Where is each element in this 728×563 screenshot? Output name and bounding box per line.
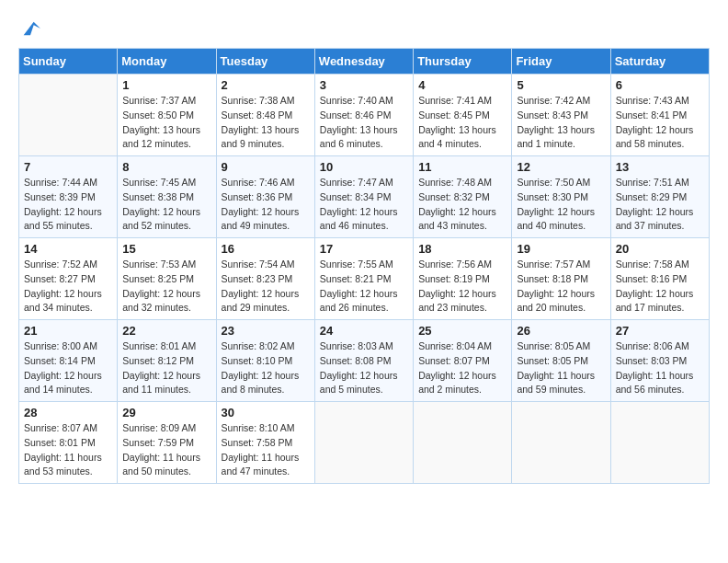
day-info: Sunrise: 7:43 AM Sunset: 8:41 PM Dayligh… [616, 94, 704, 152]
day-info: Sunrise: 7:38 AM Sunset: 8:48 PM Dayligh… [222, 94, 310, 152]
day-info: Sunrise: 7:56 AM Sunset: 8:19 PM Dayligh… [418, 258, 506, 316]
day-number: 8 [122, 160, 210, 174]
day-number: 16 [222, 242, 310, 256]
day-info: Sunrise: 8:09 AM Sunset: 7:59 PM Dayligh… [122, 421, 210, 479]
calendar-cell: 14Sunrise: 7:52 AM Sunset: 8:27 PM Dayli… [19, 238, 118, 320]
calendar-cell: 7Sunrise: 7:44 AM Sunset: 8:39 PM Daylig… [19, 156, 118, 238]
day-number: 10 [320, 160, 408, 174]
day-number: 22 [122, 324, 210, 338]
logo [18, 18, 40, 39]
calendar-cell: 23Sunrise: 8:02 AM Sunset: 8:10 PM Dayli… [216, 320, 314, 402]
calendar-cell: 4Sunrise: 7:41 AM Sunset: 8:45 PM Daylig… [414, 75, 512, 156]
calendar-cell: 3Sunrise: 7:40 AM Sunset: 8:46 PM Daylig… [314, 75, 413, 156]
calendar-cell: 15Sunrise: 7:53 AM Sunset: 8:25 PM Dayli… [118, 238, 216, 320]
calendar-cell: 16Sunrise: 7:54 AM Sunset: 8:23 PM Dayli… [216, 238, 314, 320]
header-day-tuesday: Tuesday [216, 49, 314, 75]
day-info: Sunrise: 7:48 AM Sunset: 8:32 PM Dayligh… [418, 176, 506, 234]
calendar-cell: 5Sunrise: 7:42 AM Sunset: 8:43 PM Daylig… [512, 75, 610, 156]
calendar-cell [314, 402, 413, 484]
calendar-body: 1Sunrise: 7:37 AM Sunset: 8:50 PM Daylig… [19, 75, 710, 484]
day-number: 4 [418, 78, 506, 92]
day-number: 1 [122, 78, 210, 92]
day-number: 21 [24, 324, 112, 338]
day-number: 18 [418, 242, 506, 256]
day-number: 13 [616, 160, 704, 174]
day-info: Sunrise: 7:58 AM Sunset: 8:16 PM Dayligh… [616, 258, 704, 316]
day-number: 2 [222, 78, 310, 92]
calendar-cell: 26Sunrise: 8:05 AM Sunset: 8:05 PM Dayli… [512, 320, 610, 402]
day-info: Sunrise: 8:04 AM Sunset: 8:07 PM Dayligh… [418, 339, 506, 397]
calendar-cell [512, 402, 610, 484]
day-info: Sunrise: 7:37 AM Sunset: 8:50 PM Dayligh… [122, 94, 210, 152]
header-day-saturday: Saturday [610, 49, 709, 75]
header-day-sunday: Sunday [19, 49, 118, 75]
calendar-cell: 29Sunrise: 8:09 AM Sunset: 7:59 PM Dayli… [118, 402, 216, 484]
day-number: 19 [517, 242, 605, 256]
calendar-cell: 30Sunrise: 8:10 AM Sunset: 7:58 PM Dayli… [216, 402, 314, 484]
day-number: 12 [517, 160, 605, 174]
day-number: 9 [222, 160, 310, 174]
calendar-week-5: 28Sunrise: 8:07 AM Sunset: 8:01 PM Dayli… [19, 402, 710, 484]
day-info: Sunrise: 8:10 AM Sunset: 7:58 PM Dayligh… [222, 421, 310, 479]
calendar-table: SundayMondayTuesdayWednesdayThursdayFrid… [18, 48, 710, 484]
calendar-week-1: 1Sunrise: 7:37 AM Sunset: 8:50 PM Daylig… [19, 75, 710, 156]
day-info: Sunrise: 8:07 AM Sunset: 8:01 PM Dayligh… [24, 421, 112, 479]
day-info: Sunrise: 8:05 AM Sunset: 8:05 PM Dayligh… [517, 339, 605, 397]
day-number: 23 [222, 324, 310, 338]
header-day-friday: Friday [512, 49, 610, 75]
day-number: 28 [24, 406, 112, 419]
day-info: Sunrise: 8:02 AM Sunset: 8:10 PM Dayligh… [222, 339, 310, 397]
day-number: 6 [616, 78, 704, 92]
day-info: Sunrise: 8:03 AM Sunset: 8:08 PM Dayligh… [320, 339, 408, 397]
day-number: 27 [616, 324, 704, 338]
day-info: Sunrise: 8:06 AM Sunset: 8:03 PM Dayligh… [616, 339, 704, 397]
day-info: Sunrise: 7:51 AM Sunset: 8:29 PM Dayligh… [616, 176, 704, 234]
header-day-thursday: Thursday [414, 49, 512, 75]
calendar-cell: 19Sunrise: 7:57 AM Sunset: 8:18 PM Dayli… [512, 238, 610, 320]
day-number: 26 [517, 324, 605, 338]
day-number: 7 [24, 160, 112, 174]
day-info: Sunrise: 7:44 AM Sunset: 8:39 PM Dayligh… [24, 176, 112, 234]
calendar-cell [19, 75, 118, 156]
calendar-week-4: 21Sunrise: 8:00 AM Sunset: 8:14 PM Dayli… [19, 320, 710, 402]
calendar-cell: 13Sunrise: 7:51 AM Sunset: 8:29 PM Dayli… [610, 156, 709, 238]
header-day-wednesday: Wednesday [314, 49, 413, 75]
calendar-cell: 17Sunrise: 7:55 AM Sunset: 8:21 PM Dayli… [314, 238, 413, 320]
day-info: Sunrise: 7:47 AM Sunset: 8:34 PM Dayligh… [320, 176, 408, 234]
header-day-monday: Monday [118, 49, 216, 75]
calendar-cell: 18Sunrise: 7:56 AM Sunset: 8:19 PM Dayli… [414, 238, 512, 320]
day-number: 14 [24, 242, 112, 256]
calendar-cell: 2Sunrise: 7:38 AM Sunset: 8:48 PM Daylig… [216, 75, 314, 156]
day-number: 30 [222, 406, 310, 419]
day-info: Sunrise: 7:52 AM Sunset: 8:27 PM Dayligh… [24, 258, 112, 316]
calendar-cell: 28Sunrise: 8:07 AM Sunset: 8:01 PM Dayli… [19, 402, 118, 484]
svg-marker-0 [24, 22, 40, 36]
calendar-cell [610, 402, 709, 484]
day-number: 5 [517, 78, 605, 92]
day-number: 20 [616, 242, 704, 256]
day-number: 24 [320, 324, 408, 338]
day-info: Sunrise: 7:54 AM Sunset: 8:23 PM Dayligh… [222, 258, 310, 316]
calendar-cell: 1Sunrise: 7:37 AM Sunset: 8:50 PM Daylig… [118, 75, 216, 156]
calendar-cell: 10Sunrise: 7:47 AM Sunset: 8:34 PM Dayli… [314, 156, 413, 238]
day-info: Sunrise: 7:45 AM Sunset: 8:38 PM Dayligh… [122, 176, 210, 234]
day-number: 11 [418, 160, 506, 174]
day-info: Sunrise: 7:42 AM Sunset: 8:43 PM Dayligh… [517, 94, 605, 152]
day-number: 17 [320, 242, 408, 256]
calendar-header: SundayMondayTuesdayWednesdayThursdayFrid… [19, 49, 710, 75]
calendar-cell: 20Sunrise: 7:58 AM Sunset: 8:16 PM Dayli… [610, 238, 709, 320]
day-info: Sunrise: 7:55 AM Sunset: 8:21 PM Dayligh… [320, 258, 408, 316]
calendar-cell: 24Sunrise: 8:03 AM Sunset: 8:08 PM Dayli… [314, 320, 413, 402]
calendar-week-2: 7Sunrise: 7:44 AM Sunset: 8:39 PM Daylig… [19, 156, 710, 238]
calendar-week-3: 14Sunrise: 7:52 AM Sunset: 8:27 PM Dayli… [19, 238, 710, 320]
calendar-cell: 8Sunrise: 7:45 AM Sunset: 8:38 PM Daylig… [118, 156, 216, 238]
day-info: Sunrise: 7:41 AM Sunset: 8:45 PM Dayligh… [418, 94, 506, 152]
calendar-cell: 12Sunrise: 7:50 AM Sunset: 8:30 PM Dayli… [512, 156, 610, 238]
day-number: 29 [122, 406, 210, 419]
day-number: 25 [418, 324, 506, 338]
day-number: 3 [320, 78, 408, 92]
logo-icon [20, 18, 40, 39]
calendar-cell: 27Sunrise: 8:06 AM Sunset: 8:03 PM Dayli… [610, 320, 709, 402]
day-info: Sunrise: 7:50 AM Sunset: 8:30 PM Dayligh… [517, 176, 605, 234]
calendar-header-row: SundayMondayTuesdayWednesdayThursdayFrid… [19, 49, 710, 75]
